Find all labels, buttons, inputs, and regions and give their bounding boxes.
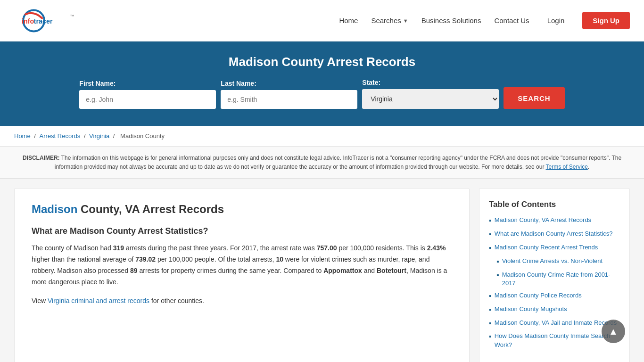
toc-heading: Table of Contents: [489, 200, 620, 209]
first-name-input[interactable]: [79, 90, 216, 109]
svg-text:tracer: tracer: [34, 17, 53, 25]
arrest-count: 319: [113, 244, 124, 252]
toc-link[interactable]: What are Madison County Arrest Statistic…: [495, 230, 613, 238]
header: info tracer ™ Home Searches ▼ Business S…: [0, 0, 644, 41]
content-paragraph1: The county of Madison had 319 arrests du…: [32, 243, 452, 288]
heading-rest: County, VA Arrest Records: [77, 203, 224, 215]
disclaimer-end: .: [588, 164, 589, 170]
paragraph2-prefix: View: [32, 297, 46, 304]
breadcrumb-virginia[interactable]: Virginia: [89, 132, 109, 140]
toc-bullet-icon: ▪: [489, 230, 492, 239]
state-label: State:: [362, 79, 380, 86]
toc-item: ▪How Does Madison County Inmate Search W…: [489, 332, 620, 349]
nav-home[interactable]: Home: [339, 16, 358, 25]
toc-item: ▪Madison County, VA Jail and Inmate Reco…: [489, 319, 620, 329]
toc-link[interactable]: How Does Madison County Inmate Search Wo…: [495, 332, 620, 349]
percent-higher: 2.43%: [427, 244, 446, 252]
toc-link[interactable]: Violent Crime Arrests vs. Non-Violent: [502, 257, 603, 265]
first-name-group: First Name:: [79, 80, 216, 109]
logo-area: info tracer ™: [14, 7, 90, 35]
last-name-label: Last Name:: [221, 80, 256, 87]
heading-highlight: Madison: [32, 203, 77, 215]
last-name-input[interactable]: [221, 90, 357, 109]
toc-list: ▪Madison County, VA Arrest Records▪What …: [489, 216, 620, 349]
toc-bullet-icon: ▪: [489, 291, 492, 301]
terms-of-service-link[interactable]: Terms of Service: [546, 164, 588, 170]
toc-item: ▪Violent Crime Arrests vs. Non-Violent: [496, 257, 620, 267]
scroll-to-top-button[interactable]: ▲: [602, 320, 625, 343]
property-count: 89: [130, 267, 138, 274]
paragraph2-suffix: for other counties.: [151, 297, 204, 304]
main-container: Madison County, VA Arrest Records What a…: [0, 179, 644, 362]
svg-text:info: info: [22, 17, 34, 25]
section1-heading: What are Madison County Arrest Statistic…: [32, 226, 452, 236]
last-name-group: Last Name:: [221, 80, 357, 109]
toc-bullet-icon: ▪: [496, 257, 499, 267]
state-group: State: Virginia Alabama Alaska Arizona C…: [362, 79, 499, 109]
toc-link[interactable]: Madison County Crime Rate from 2001-2017: [502, 271, 620, 288]
searches-chevron-icon: ▼: [403, 18, 408, 24]
main-nav: Home Searches ▼ Business Solutions Conta…: [339, 12, 630, 29]
toc-item: ▪Madison County Mugshots: [489, 305, 620, 315]
toc-link[interactable]: Madison County, VA Jail and Inmate Recor…: [495, 319, 617, 327]
toc-link[interactable]: Madison County Police Records: [495, 291, 582, 300]
toc-bullet-icon: ▪: [489, 216, 492, 226]
nav-searches[interactable]: Searches ▼: [371, 16, 408, 25]
search-form: First Name: Last Name: State: Virginia A…: [14, 79, 630, 109]
compare2: Botetourt: [377, 267, 406, 274]
toc-item: ▪Madison County, VA Arrest Records: [489, 216, 620, 226]
compare1: Appomattox: [323, 267, 362, 274]
toc-bullet-icon: ▪: [489, 319, 492, 329]
svg-text:™: ™: [70, 14, 74, 18]
hero-section: Madison County Arrest Records First Name…: [0, 41, 644, 126]
toc-bullet-icon: ▪: [489, 305, 492, 315]
toc-bullet-icon: ▪: [489, 332, 492, 342]
toc-item: ▪Madison County Crime Rate from 2001-201…: [496, 271, 620, 288]
breadcrumb-home[interactable]: Home: [14, 132, 31, 140]
breadcrumb-arrest-records[interactable]: Arrest Records: [40, 132, 81, 140]
arrest-rate: 757.00: [317, 244, 337, 252]
disclaimer-banner: DISCLAIMER: The information on this webp…: [0, 147, 644, 179]
toc-bullet-icon: ▪: [489, 243, 492, 253]
login-button[interactable]: Login: [543, 14, 570, 27]
violent-count: 10: [276, 255, 283, 263]
state-select[interactable]: Virginia Alabama Alaska Arizona Californ…: [362, 89, 499, 109]
disclaimer-label: DISCLAIMER:: [23, 155, 60, 161]
breadcrumb-madison-county: Madison County: [120, 132, 165, 140]
toc-item: ▪What are Madison County Arrest Statisti…: [489, 230, 620, 239]
disclaimer-text: The information on this webpage is for g…: [55, 155, 621, 170]
breadcrumb: Home / Arrest Records / Virginia / Madis…: [0, 126, 644, 147]
toc-bullet-icon: ▪: [496, 271, 499, 280]
toc-link[interactable]: Madison County Mugshots: [495, 305, 567, 313]
national-avg: 739.02: [135, 255, 156, 263]
toc-item: ▪Madison County Recent Arrest Trends: [489, 243, 620, 253]
breadcrumb-sep-1: /: [34, 132, 37, 140]
content-paragraph2: View Virginia criminal and arrest record…: [32, 296, 452, 307]
breadcrumb-sep-2: /: [84, 132, 87, 140]
search-button[interactable]: SEARCH: [504, 87, 564, 109]
content-heading: Madison County, VA Arrest Records: [32, 203, 452, 216]
hero-title: Madison County Arrest Records: [14, 55, 630, 69]
nav-business-solutions[interactable]: Business Solutions: [421, 16, 481, 25]
toc-link[interactable]: Madison County, VA Arrest Records: [495, 216, 591, 224]
toc-link[interactable]: Madison County Recent Arrest Trends: [495, 243, 598, 252]
first-name-label: First Name:: [79, 80, 116, 87]
signup-button[interactable]: Sign Up: [582, 12, 630, 29]
nav-contact-us[interactable]: Contact Us: [494, 16, 529, 25]
breadcrumb-sep-3: /: [113, 132, 116, 140]
logo-svg: info tracer ™: [14, 7, 90, 35]
content-area: Madison County, VA Arrest Records What a…: [14, 188, 470, 362]
virginia-criminal-records-link[interactable]: Virginia criminal and arrest records: [48, 297, 149, 304]
toc-item: ▪Madison County Police Records: [489, 291, 620, 301]
